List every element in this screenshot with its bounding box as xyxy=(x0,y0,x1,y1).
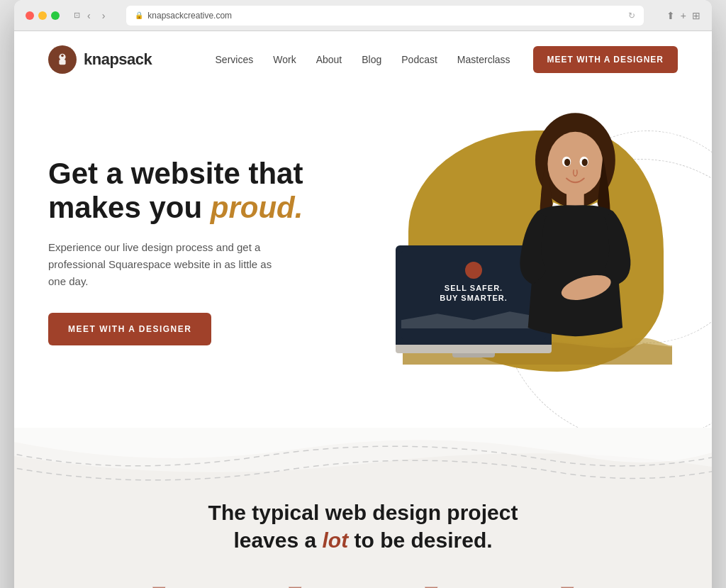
hero-left: Get a website that makes you proud. Expe… xyxy=(48,157,360,346)
nav-blog[interactable]: Blog xyxy=(362,54,381,65)
svg-point-10 xyxy=(582,159,588,166)
hero-section: Get a website that makes you proud. Expe… xyxy=(14,88,712,428)
chevrons-row: ▽ ▽ ▽ ▽ xyxy=(48,582,678,588)
svg-rect-1 xyxy=(59,60,65,65)
browser-toolbar: ⊡ ‹ › 🔒 knapsackcreative.com ↻ ⬆ + ⊞ xyxy=(14,0,712,31)
back-button[interactable]: ‹ xyxy=(83,7,95,24)
nav-about[interactable]: About xyxy=(316,54,342,65)
nav-cta-button[interactable]: MEET WITH A DESIGNER xyxy=(533,46,678,73)
svg-point-9 xyxy=(564,159,570,166)
website-content: knapsack Services Work About Blog Podcas… xyxy=(14,31,712,588)
hero-title-line1: Get a website that xyxy=(48,157,303,190)
chevron-icon-3: ▽ xyxy=(425,582,437,588)
nav-links: Services Work About Blog Podcast Masterc… xyxy=(216,54,510,65)
window-controls xyxy=(26,11,60,20)
reload-icon[interactable]: ↻ xyxy=(628,11,635,21)
chevron-icon-4: ▽ xyxy=(561,582,574,588)
address-bar[interactable]: 🔒 knapsackcreative.com ↻ xyxy=(126,6,643,26)
new-tab-button[interactable]: + xyxy=(681,10,686,21)
browser-actions: ⬆ + ⊞ xyxy=(666,10,700,21)
url-text: knapsackcreative.com xyxy=(147,11,232,21)
share-button[interactable]: ⬆ xyxy=(666,10,675,21)
browser-window: ⊡ ‹ › 🔒 knapsackcreative.com ↻ ⬆ + ⊞ xyxy=(14,0,712,588)
logo-link[interactable]: knapsack xyxy=(48,45,152,74)
woman-illustration xyxy=(465,109,664,386)
lower-section-title: The typical web design project leaves a … xyxy=(48,499,678,554)
nav-work[interactable]: Work xyxy=(273,54,296,65)
lower-title-line1: The typical web design project xyxy=(208,501,518,524)
close-button[interactable] xyxy=(26,11,34,20)
tabs-button[interactable]: ⊞ xyxy=(692,10,700,21)
hero-title-italic: proud. xyxy=(211,191,303,224)
minimize-button[interactable] xyxy=(38,11,47,20)
chevron-icon-2: ▽ xyxy=(289,582,301,588)
nav-podcast[interactable]: Podcast xyxy=(401,54,437,65)
forward-button[interactable]: › xyxy=(98,7,110,24)
nav-services[interactable]: Services xyxy=(216,54,254,65)
logo-icon xyxy=(48,45,77,74)
hero-title: Get a website that makes you proud. xyxy=(48,157,360,226)
hero-cta-button[interactable]: MEET WITH A DESIGNER xyxy=(48,313,211,345)
hero-right: SELL SAFER. BUY SMARTER. xyxy=(360,116,678,386)
chevron-icon-1: ▽ xyxy=(152,582,165,588)
sidebar-toggle[interactable]: ⊡ xyxy=(74,7,80,24)
lower-section: The typical web design project leaves a … xyxy=(14,428,712,588)
maximize-button[interactable] xyxy=(51,11,60,20)
nav-masterclass[interactable]: Masterclass xyxy=(457,54,510,65)
browser-nav: ⊡ ‹ › xyxy=(71,7,109,24)
lower-title-line2: leaves a xyxy=(233,528,322,552)
site-nav: knapsack Services Work About Blog Podcas… xyxy=(14,31,712,88)
lock-icon: 🔒 xyxy=(135,11,143,19)
dashed-wave-decoration xyxy=(14,435,712,492)
hero-title-line2: makes you xyxy=(48,191,211,224)
lower-title-rest: to be desired. xyxy=(348,528,492,552)
lower-title-italic: lot xyxy=(323,528,349,552)
hero-subtitle: Experience our live design process and g… xyxy=(48,239,289,290)
svg-point-2 xyxy=(61,55,64,57)
svg-point-4 xyxy=(547,132,603,196)
logo-text: knapsack xyxy=(84,50,152,69)
